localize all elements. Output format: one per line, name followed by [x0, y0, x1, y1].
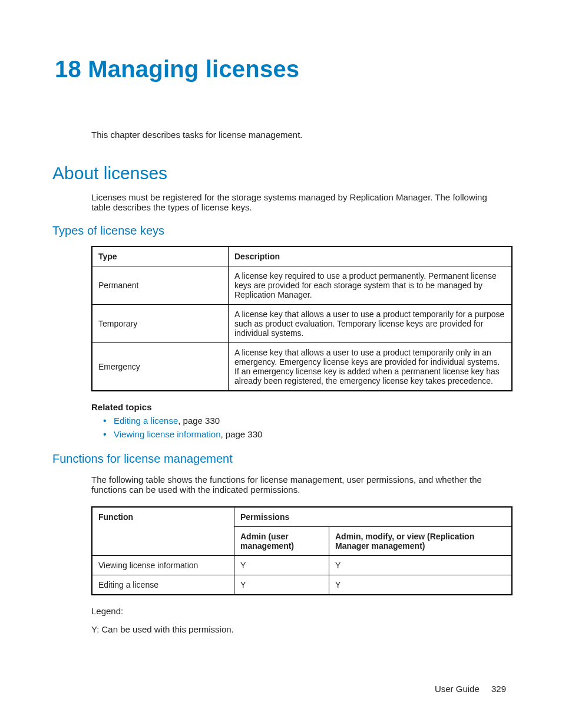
legend-y: Y: Can be used with this permission. — [91, 624, 506, 634]
section-about-title: About licenses — [52, 163, 506, 183]
table-row: Permanent A license key required to use … — [92, 266, 512, 305]
cell-type: Emergency — [92, 343, 229, 391]
chapter-intro: This chapter describes tasks for license… — [91, 130, 506, 140]
footer-doc: User Guide — [435, 684, 480, 694]
types-subsection-title: Types of license keys — [52, 224, 506, 238]
table-row: Emergency A license key that allows a us… — [92, 343, 512, 391]
footer-page-number: 329 — [491, 684, 506, 694]
table-row: Editing a license Y Y — [92, 575, 512, 595]
th-admin-rep: Admin, modify, or view (Replication Mana… — [329, 527, 513, 556]
cell-description: A license key that allows a user to use … — [229, 305, 513, 343]
chapter-title: 18 Managing licenses — [55, 56, 506, 83]
page-footer: User Guide 329 — [435, 684, 506, 694]
table-row: Viewing license information Y Y — [92, 556, 512, 575]
related-link[interactable]: Viewing license information — [114, 429, 221, 439]
cell-description: A license key that allows a user to use … — [229, 343, 513, 391]
cell-admin-user: Y — [234, 556, 329, 575]
cell-description: A license key required to use a product … — [229, 266, 513, 305]
functions-table: Function Permissions Admin (user managem… — [91, 506, 513, 595]
list-item: Editing a license, page 330 — [103, 416, 506, 426]
list-item: Viewing license information, page 330 — [103, 429, 506, 439]
cell-admin-rep: Y — [329, 575, 513, 595]
cell-type: Temporary — [92, 305, 229, 343]
license-types-table: Type Description Permanent A license key… — [91, 246, 513, 391]
related-link[interactable]: Editing a license — [114, 416, 178, 426]
th-admin-user: Admin (user management) — [234, 527, 329, 556]
cell-function: Viewing license information — [92, 556, 234, 575]
legend: Legend: Y: Can be used with this permiss… — [91, 606, 506, 634]
related-suffix: , page 330 — [178, 416, 220, 426]
cell-type: Permanent — [92, 266, 229, 305]
th-permissions: Permissions — [234, 507, 513, 527]
table-row: Temporary A license key that allows a us… — [92, 305, 512, 343]
cell-function: Editing a license — [92, 575, 234, 595]
related-suffix: , page 330 — [221, 429, 263, 439]
section-about-body: Licenses must be registered for the stor… — [91, 192, 506, 212]
functions-body: The following table shows the functions … — [91, 475, 506, 495]
related-topics-list: Editing a license, page 330 Viewing lice… — [103, 416, 506, 439]
related-topics-heading: Related topics — [91, 402, 506, 412]
functions-subsection-title: Functions for license management — [52, 452, 506, 466]
legend-label: Legend: — [91, 606, 506, 616]
cell-admin-rep: Y — [329, 556, 513, 575]
th-function: Function — [92, 507, 234, 556]
cell-admin-user: Y — [234, 575, 329, 595]
th-type: Type — [92, 246, 229, 266]
th-description: Description — [229, 246, 513, 266]
